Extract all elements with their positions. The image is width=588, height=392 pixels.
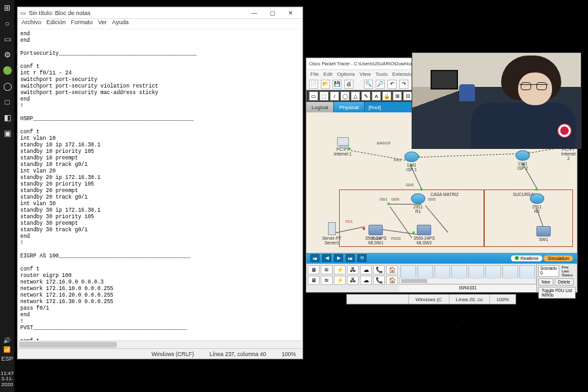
line-tool-icon[interactable]: / xyxy=(330,91,339,101)
device-item[interactable] xyxy=(417,265,433,277)
notepad-hscrollbar[interactable] xyxy=(18,340,302,348)
cat2-icon[interactable]: 🖥 xyxy=(308,276,319,285)
device-item[interactable] xyxy=(519,265,535,277)
notepad-statusbar: Windows (CRLF) Línea 237, columna 40 100… xyxy=(18,348,302,359)
taskview-icon[interactable]: ▭ xyxy=(2,34,12,44)
pt-menu-options[interactable]: Options xyxy=(337,71,355,77)
scenario-select[interactable]: Scenario 0 xyxy=(538,265,559,277)
stepfwd-button[interactable]: ⏭ xyxy=(346,254,355,262)
notepad-titlebar[interactable]: ▭ Sin título: Bloc de notas — ▢ ✕ xyxy=(18,7,302,19)
node-isp2[interactable]: 1941ISP 2 xyxy=(515,150,530,171)
node-pc-internet1[interactable]: PC-PTInternet 1 xyxy=(334,137,351,156)
save-file-icon[interactable]: 💾 xyxy=(333,80,342,89)
node-sw1[interactable]: SW1 xyxy=(536,226,551,242)
node-r1[interactable]: 2911R1 xyxy=(411,193,425,214)
loop-button[interactable]: ⟲ xyxy=(357,254,367,262)
cat-switches-icon[interactable]: ≋ xyxy=(321,265,333,274)
cat-routers-icon[interactable]: 🖥 xyxy=(308,265,319,274)
device-hscroll[interactable] xyxy=(399,278,536,284)
play-button[interactable]: ▶ xyxy=(334,254,343,262)
secondary-statusbar-window[interactable]: Windows (C Línea 20, co 100% xyxy=(346,294,516,304)
text-tool-icon[interactable]: A xyxy=(372,91,381,101)
menu-format[interactable]: Formato xyxy=(71,19,93,29)
app-icon[interactable]: □ xyxy=(2,97,12,107)
network-icon[interactable]: 📶 xyxy=(3,346,10,353)
delete-scenario-button[interactable]: Delete xyxy=(555,278,574,286)
app-icon[interactable]: 🟢 xyxy=(2,65,12,76)
select-tool-icon[interactable]: ▭ xyxy=(309,91,318,101)
webcam-overlay xyxy=(412,52,581,149)
realtime-toggle[interactable]: Realtime xyxy=(511,255,543,261)
lock-tool-icon[interactable]: 🔒 xyxy=(382,91,391,101)
zoom-in-icon[interactable]: 🔍 xyxy=(364,80,373,89)
polygon-tool-icon[interactable]: △ xyxy=(351,91,360,101)
col-headers: Fire Last Status xyxy=(562,265,576,277)
device-item[interactable] xyxy=(468,265,484,277)
undo-icon[interactable]: ↶ xyxy=(387,80,397,89)
cat2-icon[interactable]: 🏠 xyxy=(386,276,398,285)
cat-hubs-icon[interactable]: ⚡ xyxy=(334,265,346,274)
pt-scenario-panel: Scenario 0 Fire Last Status New Delete T… xyxy=(536,264,577,292)
cat-wireless-icon[interactable]: 🖧 xyxy=(347,265,359,274)
pt-menu-view[interactable]: View xyxy=(359,71,370,77)
device-item[interactable] xyxy=(502,265,518,277)
ime-indicator[interactable]: ESP xyxy=(1,355,13,362)
cat2-icon[interactable]: ☁ xyxy=(360,276,372,285)
taskbar-clock[interactable]: 11:47 3-11-2020 xyxy=(0,371,14,388)
node-mlsw2[interactable]: 3560-24PSMLSW2 xyxy=(414,225,435,245)
menu-help[interactable]: Ayuda xyxy=(112,19,129,29)
rewind-button[interactable]: ⏮ xyxy=(310,254,319,262)
node-isp1[interactable]: 1941ISP 1 xyxy=(404,152,419,172)
app-icon[interactable]: ⚙ xyxy=(2,50,12,60)
device-item[interactable] xyxy=(451,265,467,277)
zoom-out-icon[interactable]: 🔎 xyxy=(376,80,385,89)
volume-icon[interactable]: 🔊 xyxy=(3,337,10,344)
pencil-tool-icon[interactable]: ✎ xyxy=(361,91,370,101)
maximize-button[interactable]: ▢ xyxy=(263,8,282,18)
tab-physical[interactable]: Physical xyxy=(334,102,365,112)
minimize-button[interactable]: — xyxy=(245,8,263,18)
zoomfit-icon[interactable]: ⊞ xyxy=(393,91,402,101)
device-item[interactable] xyxy=(485,265,501,277)
app-icon[interactable]: ◧ xyxy=(2,112,12,123)
cat2-icon[interactable]: ≋ xyxy=(321,276,333,285)
new-file-icon[interactable]: 📄 xyxy=(309,80,318,89)
new-scenario-button[interactable]: New xyxy=(538,278,553,286)
node-mlsw1[interactable]: 3560-24PSMLSW1 xyxy=(365,225,387,245)
print-icon[interactable]: 🖨 xyxy=(344,80,353,89)
toggle-pdu-button[interactable]: Toggle PDU List Windo xyxy=(538,287,576,299)
app-icon[interactable]: ▣ xyxy=(2,128,12,139)
if-label: F0/23 xyxy=(391,237,400,240)
pt-menu-edit[interactable]: Edit xyxy=(323,71,333,77)
cat2-icon[interactable]: ⚡ xyxy=(334,276,346,285)
device-item[interactable] xyxy=(434,265,450,277)
pt-menu-tools[interactable]: Tools xyxy=(375,71,387,77)
node-r2[interactable]: 2911R2 xyxy=(530,193,544,214)
cat2-icon[interactable]: 📞 xyxy=(373,276,385,285)
ellipse-tool-icon[interactable]: ◯ xyxy=(340,91,350,101)
redo-icon[interactable]: ↷ xyxy=(399,80,408,89)
close-button[interactable]: ✕ xyxy=(282,8,300,18)
cortana-icon[interactable]: ○ xyxy=(2,18,12,29)
node-server1[interactable]: Server-PTServer1 xyxy=(322,222,342,245)
cat2-icon[interactable]: 🖧 xyxy=(347,276,359,285)
app-icon[interactable]: ◯ xyxy=(2,81,12,91)
open-file-icon[interactable]: 📂 xyxy=(321,80,330,89)
stepback-button[interactable]: ◀ xyxy=(322,254,331,262)
cat-wan-icon[interactable]: ☁ xyxy=(360,265,372,274)
menu-file[interactable]: Archivo xyxy=(22,19,41,29)
menu-view[interactable]: Ver xyxy=(98,19,107,29)
menu-edit[interactable]: Edición xyxy=(46,19,66,29)
notepad-textarea[interactable]: end end Portsecurity____________________… xyxy=(18,29,302,340)
tab-logical[interactable]: Logical xyxy=(306,102,334,112)
simulation-toggle[interactable]: Simulation xyxy=(544,255,573,261)
system-tray[interactable]: 🔊 📶 ESP xyxy=(1,337,13,362)
cat-end-icon[interactable]: 📞 xyxy=(373,265,385,274)
device-item[interactable] xyxy=(400,265,416,277)
start-button[interactable]: ⊞ xyxy=(2,3,12,13)
pt-menu-file[interactable]: File xyxy=(310,71,319,77)
place-note-icon[interactable]: ⬚ xyxy=(319,91,329,101)
zoomreset-icon[interactable]: ⊟ xyxy=(403,91,412,101)
region-casa-label: CASA MATRIZ xyxy=(431,192,459,197)
cat-home-icon[interactable]: 🏠 xyxy=(386,265,398,274)
